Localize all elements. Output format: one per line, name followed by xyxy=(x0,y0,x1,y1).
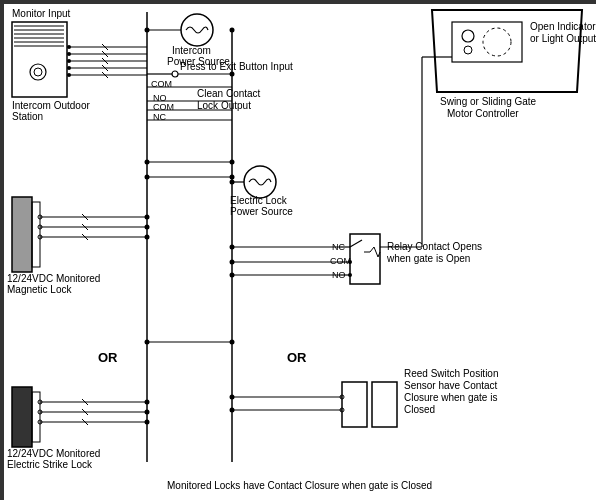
svg-text:Lock Output: Lock Output xyxy=(197,100,251,111)
svg-text:Sensor have Contact: Sensor have Contact xyxy=(404,380,498,391)
svg-point-134 xyxy=(145,225,150,230)
svg-point-55 xyxy=(230,180,235,185)
svg-text:Electric Strike Lock: Electric Strike Lock xyxy=(7,459,93,470)
svg-point-112 xyxy=(230,395,235,400)
svg-point-143 xyxy=(230,160,235,165)
svg-text:12/24VDC Monitored: 12/24VDC Monitored xyxy=(7,448,100,459)
svg-text:Intercom Outdoor: Intercom Outdoor xyxy=(12,100,90,111)
svg-rect-93 xyxy=(12,387,32,447)
svg-text:Power Source: Power Source xyxy=(230,206,293,217)
svg-text:COM: COM xyxy=(330,256,351,266)
svg-point-63 xyxy=(348,260,352,264)
svg-text:Monitored Locks have Contact C: Monitored Locks have Contact Closure whe… xyxy=(167,480,432,491)
svg-point-144 xyxy=(230,175,235,180)
svg-point-135 xyxy=(145,235,150,240)
svg-point-33 xyxy=(145,28,150,33)
svg-text:when gate is Open: when gate is Open xyxy=(386,253,470,264)
svg-rect-80 xyxy=(12,197,32,272)
svg-point-136 xyxy=(145,400,150,405)
svg-text:OR: OR xyxy=(98,350,118,365)
svg-text:Clean Contact: Clean Contact xyxy=(197,88,261,99)
svg-point-65 xyxy=(348,273,352,277)
svg-point-141 xyxy=(145,160,150,165)
wiring-diagram: Monitor Input Intercom Outdoor Station I… xyxy=(0,0,596,500)
svg-point-133 xyxy=(145,215,150,220)
svg-point-76 xyxy=(230,260,235,265)
svg-text:Closed: Closed xyxy=(404,404,435,415)
svg-point-137 xyxy=(145,410,150,415)
svg-text:Monitor Input: Monitor Input xyxy=(12,8,71,19)
svg-text:Intercom: Intercom xyxy=(172,45,211,56)
svg-text:Closure when gate is: Closure when gate is xyxy=(404,392,497,403)
svg-text:Swing or Sliding Gate: Swing or Sliding Gate xyxy=(440,96,537,107)
svg-point-138 xyxy=(145,420,150,425)
svg-text:12/24VDC Monitored: 12/24VDC Monitored xyxy=(7,273,100,284)
svg-point-45 xyxy=(230,28,235,33)
svg-text:Open Indicator: Open Indicator xyxy=(530,21,596,32)
svg-point-77 xyxy=(230,273,235,278)
svg-point-142 xyxy=(145,175,150,180)
svg-point-75 xyxy=(230,245,235,250)
svg-rect-0 xyxy=(3,3,596,500)
svg-text:Press to Exit Button Input: Press to Exit Button Input xyxy=(180,61,293,72)
svg-text:Magnetic Lock: Magnetic Lock xyxy=(7,284,72,295)
svg-text:OR: OR xyxy=(287,350,307,365)
svg-text:Electric Lock: Electric Lock xyxy=(230,195,288,206)
svg-point-113 xyxy=(230,408,235,413)
svg-text:Station: Station xyxy=(12,111,43,122)
svg-text:Motor Controller: Motor Controller xyxy=(447,108,519,119)
svg-text:or Light Output: or Light Output xyxy=(530,33,596,44)
svg-point-46 xyxy=(230,72,235,77)
svg-text:Reed Switch Position: Reed Switch Position xyxy=(404,368,499,379)
